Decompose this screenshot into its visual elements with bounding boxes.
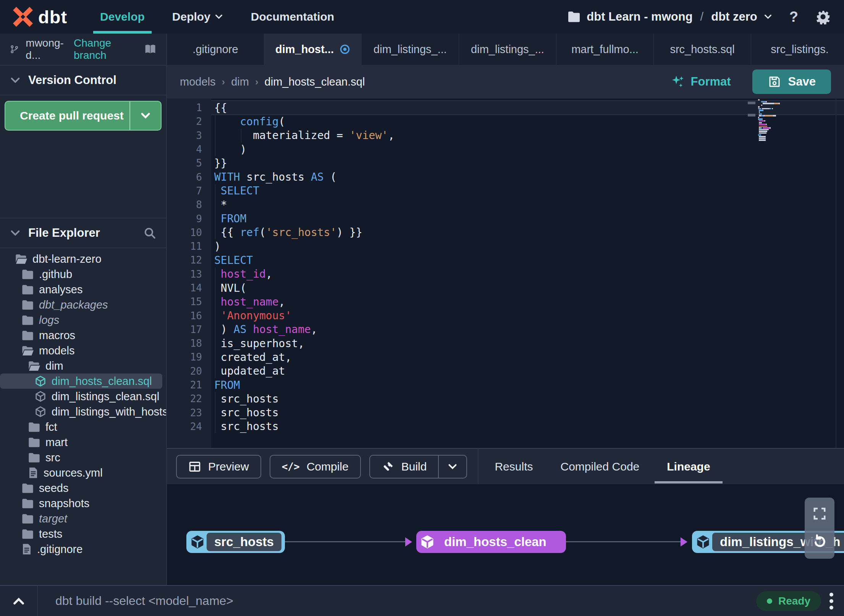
build-button[interactable]: Build bbox=[370, 456, 438, 478]
docs-book-icon[interactable] bbox=[144, 43, 156, 56]
panel-tab-compiled-code[interactable]: Compiled Code bbox=[558, 449, 642, 484]
code-line-18[interactable]: 18 is_superhost, bbox=[167, 336, 844, 350]
search-icon[interactable] bbox=[143, 226, 156, 239]
tree-item-mart[interactable]: mart bbox=[0, 435, 166, 450]
code-editor[interactable]: 1{{2 config(3 materialized = 'view',4 )5… bbox=[167, 99, 844, 448]
project-selector[interactable]: dbt Learn - mwong / dbt zero bbox=[568, 10, 772, 24]
breadcrumb-segment[interactable]: dim bbox=[231, 76, 249, 88]
code-line-6[interactable]: 6WITH src_hosts AS ( bbox=[167, 170, 844, 184]
dbt-logo[interactable]: dbt bbox=[13, 6, 67, 27]
fullscreen-icon[interactable] bbox=[812, 506, 827, 521]
expand-console-button[interactable] bbox=[0, 594, 37, 608]
kebab-menu-icon[interactable] bbox=[829, 593, 833, 610]
code-line-19[interactable]: 19 created_at, bbox=[167, 350, 844, 364]
section-title: File Explorer bbox=[28, 226, 100, 240]
compile-button[interactable]: </> Compile bbox=[270, 455, 361, 479]
tree-item-target[interactable]: target bbox=[0, 511, 166, 526]
code-line-12[interactable]: 12SELECT bbox=[167, 253, 844, 267]
tree-item-src[interactable]: src bbox=[0, 450, 166, 465]
code-line-1[interactable]: 1{{ bbox=[167, 101, 844, 115]
reset-view-icon[interactable] bbox=[811, 533, 828, 550]
code-line-13[interactable]: 13 host_id, bbox=[167, 267, 844, 281]
tree-item-models[interactable]: models bbox=[0, 343, 166, 358]
tree-item-label: models bbox=[39, 344, 75, 357]
breadcrumb-segment[interactable]: dim_hosts_clean.sql bbox=[265, 76, 365, 88]
lineage-node-src_hosts[interactable]: src_hosts bbox=[186, 531, 285, 553]
code-line-5[interactable]: 5}} bbox=[167, 156, 844, 170]
change-branch-link[interactable]: Change branch bbox=[74, 37, 131, 61]
code-line-23[interactable]: 23 src_hosts bbox=[167, 406, 844, 420]
change-marker bbox=[748, 114, 755, 116]
save-button[interactable]: Save bbox=[752, 70, 831, 94]
version-control-header[interactable]: Version Control bbox=[0, 66, 166, 95]
code-line-24[interactable]: 24 src_hosts bbox=[167, 420, 844, 433]
editor-scrollbar-track[interactable] bbox=[836, 99, 836, 448]
code-line-20[interactable]: 20 updated_at bbox=[167, 364, 844, 378]
lineage-edge-arrow bbox=[681, 537, 687, 546]
change-marker bbox=[748, 102, 755, 104]
code-line-17[interactable]: 17 ) AS host_name, bbox=[167, 323, 844, 336]
nav-deploy[interactable]: Deploy bbox=[172, 0, 223, 34]
tree-item-analyses[interactable]: analyses bbox=[0, 282, 166, 297]
nav-documentation[interactable]: Documentation bbox=[251, 0, 334, 34]
tree-item-macros[interactable]: macros bbox=[0, 328, 166, 343]
editor-tab-dim_host...[interactable]: dim_host... bbox=[264, 34, 362, 65]
tree-item-snapshots[interactable]: snapshots bbox=[0, 496, 166, 511]
tree-item-dbt-learn-zero[interactable]: dbt-learn-zero bbox=[0, 251, 166, 267]
preview-button[interactable]: Preview bbox=[176, 455, 261, 479]
tree-item-seeds[interactable]: seeds bbox=[0, 480, 166, 496]
tree-item-dim_listings_clean.sql[interactable]: dim_listings_clean.sql bbox=[0, 389, 166, 404]
editor-tab-src_listings.[interactable]: src_listings. bbox=[751, 34, 844, 65]
code-line-15[interactable]: 15 host_name, bbox=[167, 295, 844, 309]
editor-tab-src_hosts.sql[interactable]: src_hosts.sql bbox=[654, 34, 751, 65]
nav-develop[interactable]: Develop bbox=[100, 0, 145, 34]
tree-item-tests[interactable]: tests bbox=[0, 526, 166, 542]
line-number: 7 bbox=[167, 185, 211, 197]
line-number: 17 bbox=[167, 324, 211, 335]
gear-icon[interactable] bbox=[815, 9, 831, 25]
build-dropdown-button[interactable] bbox=[438, 456, 466, 478]
editor-tab-dim_listings_...[interactable]: dim_listings_... bbox=[459, 34, 556, 65]
file-explorer-header[interactable]: File Explorer bbox=[0, 218, 166, 248]
minimap[interactable] bbox=[758, 99, 815, 141]
breadcrumb-segment[interactable]: models bbox=[180, 76, 216, 88]
code-line-3[interactable]: 3 materialized = 'view', bbox=[167, 129, 844, 142]
code-line-22[interactable]: 22 src_hosts bbox=[167, 392, 844, 406]
code-line-21[interactable]: 21FROM bbox=[167, 378, 844, 392]
code-line-11[interactable]: 11) bbox=[167, 239, 844, 253]
folder-icon bbox=[22, 514, 34, 524]
editor-tab-dim_listings_...[interactable]: dim_listings_... bbox=[362, 34, 459, 65]
code-line-9[interactable]: 9 FROM bbox=[167, 212, 844, 225]
tree-item-dim[interactable]: dim bbox=[0, 358, 166, 373]
breadcrumb-separator: › bbox=[222, 76, 225, 88]
code-line-14[interactable]: 14 NVL( bbox=[167, 281, 844, 295]
pull-request-dropdown-button[interactable] bbox=[129, 102, 161, 130]
format-button[interactable]: Format bbox=[670, 74, 731, 89]
command-input[interactable]: dbt build --select <model_name> bbox=[55, 594, 756, 608]
code-line-2[interactable]: 2 config( bbox=[167, 115, 844, 128]
editor-tab-.gitignore[interactable]: .gitignore bbox=[167, 34, 264, 65]
tree-item-dbt_packages[interactable]: dbt_packages bbox=[0, 297, 166, 312]
tree-item-.github[interactable]: .github bbox=[0, 267, 166, 282]
tree-item-dim_listings_with_hosts...[interactable]: dim_listings_with_hosts... bbox=[0, 404, 166, 419]
panel-tab-results[interactable]: Results bbox=[492, 449, 535, 484]
code-line-16[interactable]: 16 'Anonymous' bbox=[167, 309, 844, 322]
create-pull-request-button[interactable]: Create pull request bbox=[5, 101, 162, 131]
code-line-8[interactable]: 8 * bbox=[167, 198, 844, 212]
editor-tab-mart_fullmo...[interactable]: mart_fullmo... bbox=[556, 34, 654, 65]
code-line-7[interactable]: 7 SELECT bbox=[167, 184, 844, 198]
help-icon[interactable]: ? bbox=[789, 9, 798, 25]
chevron-down-icon bbox=[763, 12, 773, 21]
lineage-graph[interactable]: src_hostsdim_hosts_cleandim_listings_wit… bbox=[167, 484, 844, 585]
indent-guide bbox=[215, 184, 215, 198]
panel-tab-lineage[interactable]: Lineage bbox=[665, 449, 712, 484]
lineage-node-dim_hosts_clean[interactable]: dim_hosts_clean bbox=[416, 531, 566, 553]
tree-item-sources.yml[interactable]: sources.yml bbox=[0, 465, 166, 480]
folder-icon bbox=[22, 300, 34, 310]
code-line-4[interactable]: 4 ) bbox=[167, 142, 844, 156]
code-line-10[interactable]: 10 {{ ref('src_hosts') }} bbox=[167, 226, 844, 239]
tree-item-.gitignore[interactable]: .gitignore bbox=[0, 542, 166, 557]
tree-item-logs[interactable]: logs bbox=[0, 312, 166, 328]
tree-item-fct[interactable]: fct bbox=[0, 419, 166, 435]
tree-item-dim_hosts_clean.sql[interactable]: dim_hosts_clean.sql bbox=[0, 373, 162, 389]
